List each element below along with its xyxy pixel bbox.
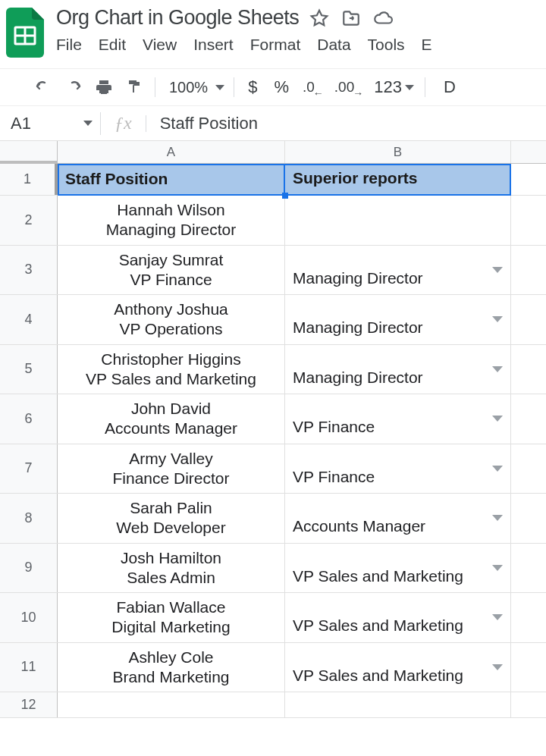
menu-edit[interactable]: Edit [99,36,126,54]
redo-button[interactable] [59,73,88,102]
cell-A12[interactable] [58,692,285,717]
row-header-4[interactable]: 4 [0,295,58,344]
more-formats-dropdown[interactable]: 123 [369,77,419,97]
data-validation-dropdown-icon[interactable] [492,565,503,571]
menu-insert[interactable]: Insert [193,36,234,54]
cell-A9[interactable]: Josh HamiltonSales Admin [58,544,285,593]
zoom-value: 100% [169,79,208,96]
cell-B2[interactable] [285,196,511,245]
menu-tools[interactable]: Tools [368,36,405,54]
data-validation-dropdown-icon[interactable] [492,466,503,472]
cell-A8[interactable]: Sarah PalinWeb Developer [58,494,285,543]
cell-C5[interactable] [511,345,546,394]
menu-bar: File Edit View Insert Format Data Tools … [56,36,540,54]
name-box[interactable]: A1 [0,114,100,133]
cloud-status-icon[interactable] [373,8,393,28]
table-row: 2Hannah WilsonManaging Director [0,196,546,246]
row-header-11[interactable]: 11 [0,643,58,692]
col-header-A[interactable]: A [58,141,285,163]
cell-A2[interactable]: Hannah WilsonManaging Director [58,196,285,245]
cell-A6[interactable]: John DavidAccounts Manager [58,394,285,444]
print-button[interactable] [89,73,118,102]
row-header-2[interactable]: 2 [0,196,58,245]
data-validation-dropdown-icon[interactable] [492,664,503,670]
undo-button[interactable] [29,73,58,102]
font-dropdown[interactable]: D [431,77,463,97]
data-validation-dropdown-icon[interactable] [492,316,503,322]
cell-C9[interactable] [511,544,546,593]
cell-B11[interactable]: VP Sales and Marketing [285,643,511,692]
cell-B9[interactable]: VP Sales and Marketing [285,544,511,593]
row-header-3[interactable]: 3 [0,246,58,295]
row-header-9[interactable]: 9 [0,544,58,593]
cell-C1[interactable] [511,164,546,195]
fill-handle[interactable] [282,193,288,199]
chevron-down-icon [215,85,224,90]
row-header-5[interactable]: 5 [0,345,58,394]
cell-C7[interactable] [511,444,546,494]
chevron-down-icon [83,121,93,126]
cell-C3[interactable] [511,246,546,295]
row-header-12[interactable]: 12 [0,692,58,717]
cell-C10[interactable] [511,593,546,642]
cell-A3[interactable]: Sanjay SumratVP Finance [58,246,285,295]
row-header-7[interactable]: 7 [0,444,58,494]
cell-B10[interactable]: VP Sales and Marketing [285,593,511,642]
sheets-logo[interactable] [6,8,44,58]
cell-B7[interactable]: VP Finance [285,444,511,494]
format-currency-button[interactable]: $ [240,77,265,97]
menu-data[interactable]: Data [317,36,350,54]
cell-B12[interactable] [285,692,511,717]
spreadsheet-grid[interactable]: A B 1 Staff Position Superior reports 2H… [0,141,546,718]
data-validation-dropdown-icon[interactable] [492,366,503,372]
cell-B8[interactable]: Accounts Manager [285,494,511,543]
menu-extensions[interactable]: E [422,36,432,54]
paint-format-button[interactable] [120,73,149,102]
data-validation-dropdown-icon[interactable] [492,614,503,620]
increase-decimal-button[interactable]: .00→ [330,79,368,96]
table-row: 4Anthony JoshuaVP OperationsManaging Dir… [0,295,546,345]
data-validation-dropdown-icon[interactable] [492,416,503,422]
move-to-folder-icon[interactable] [341,8,361,28]
star-icon[interactable] [309,8,329,28]
cell-A7[interactable]: Army ValleyFinance Director [58,444,285,494]
zoom-dropdown[interactable]: 100% [162,79,228,96]
fx-icon: ƒx [101,113,146,133]
cell-A10[interactable]: Fabian WallaceDigital Marketing [58,593,285,642]
cell-B4[interactable]: Managing Director [285,295,511,344]
cell-B1[interactable]: Superior reports [285,164,511,195]
data-validation-dropdown-icon[interactable] [492,515,503,521]
format-percent-button[interactable]: % [266,77,297,97]
decrease-decimal-button[interactable]: .0← [298,79,328,96]
menu-format[interactable]: Format [250,36,301,54]
chevron-down-icon [405,85,414,90]
cell-C8[interactable] [511,494,546,543]
cell-C2[interactable] [511,196,546,245]
data-validation-dropdown-icon[interactable] [492,267,503,273]
cell-A1[interactable]: Staff Position [58,164,285,195]
row-header-8[interactable]: 8 [0,494,58,543]
table-row: 11Ashley ColeBrand MarketingVP Sales and… [0,643,546,693]
col-header-B[interactable]: B [285,141,511,163]
select-all-corner[interactable] [0,141,58,164]
col-header-C[interactable] [511,141,546,163]
cell-C4[interactable] [511,295,546,344]
cell-A5[interactable]: Christopher HigginsVP Sales and Marketin… [58,345,285,394]
cell-C6[interactable] [511,394,546,444]
cell-B5[interactable]: Managing Director [285,345,511,394]
row-header-10[interactable]: 10 [0,593,58,642]
row-header-1[interactable]: 1 [0,164,58,195]
cell-C11[interactable] [511,643,546,692]
row-header-6[interactable]: 6 [0,394,58,444]
menu-file[interactable]: File [56,36,82,54]
table-row: 8Sarah PalinWeb DeveloperAccounts Manage… [0,494,546,544]
formula-bar[interactable]: Staff Position [160,114,258,133]
name-box-value: A1 [11,114,31,133]
menu-view[interactable]: View [143,36,177,54]
cell-B6[interactable]: VP Finance [285,394,511,444]
cell-A4[interactable]: Anthony JoshuaVP Operations [58,295,285,344]
cell-A11[interactable]: Ashley ColeBrand Marketing [58,643,285,692]
document-title[interactable]: Org Chart in Google Sheets [56,6,299,30]
cell-C12[interactable] [511,692,546,717]
cell-B3[interactable]: Managing Director [285,246,511,295]
